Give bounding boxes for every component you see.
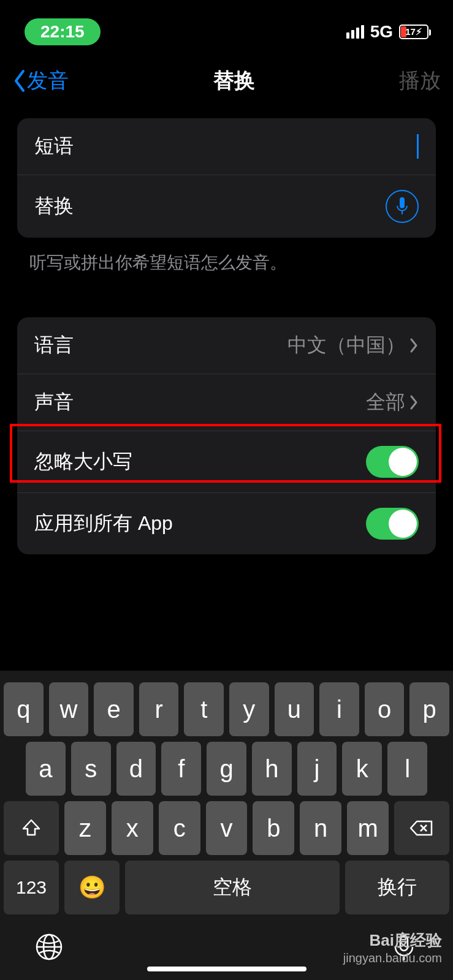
keyboard-row-2: a s d f g h j k l [4,742,449,796]
home-indicator[interactable] [147,967,306,971]
keyboard-row-3: z x c v b n m [4,801,449,855]
network-label: 5G [370,22,393,42]
chevron-left-icon [12,69,27,93]
status-right: 5G 17⚡︎ [346,22,428,42]
helper-text: 听写或拼出你希望短语怎么发音。 [0,249,453,287]
key-f[interactable]: f [161,742,201,796]
key-n[interactable]: n [300,801,341,855]
replace-input[interactable]: 替换 [17,175,436,238]
input-group: 短语 替换 [17,118,436,238]
key-d[interactable]: d [116,742,156,796]
back-button[interactable]: 发音 [12,67,69,95]
key-w[interactable]: w [49,682,89,736]
key-l[interactable]: l [387,742,427,796]
phrase-label: 短语 [34,133,74,160]
language-value: 中文（中国） [287,332,405,359]
key-u[interactable]: u [275,682,314,736]
shift-icon [21,818,42,839]
key-o[interactable]: o [365,682,405,736]
chevron-right-icon [409,337,419,354]
voice-row[interactable]: 声音 全部 [17,374,436,431]
keyboard-row-4: 123 😀 空格 换行 [4,861,449,914]
text-cursor [417,134,419,159]
replace-label: 替换 [34,193,74,220]
watermark: Bai度经验 jingyan.baidu.com [343,930,442,965]
svg-rect-0 [400,197,405,208]
annotation-highlight [10,424,441,483]
apply-all-label: 应用到所有 App [34,510,173,537]
page-title: 替换 [213,67,255,95]
key-k[interactable]: k [342,742,382,796]
key-v[interactable]: v [206,801,248,855]
watermark-brand: Bai度经验 [343,930,442,951]
language-row[interactable]: 语言 中文（中国） [17,317,436,374]
key-e[interactable]: e [94,682,134,736]
key-b[interactable]: b [253,801,294,855]
key-y[interactable]: y [229,682,269,736]
key-return[interactable]: 换行 [345,861,449,914]
key-a[interactable]: a [26,742,66,796]
key-shift[interactable] [4,801,59,855]
apply-all-row: 应用到所有 App [17,493,436,554]
voice-label: 声音 [34,389,74,416]
key-x[interactable]: x [112,801,153,855]
microphone-icon [395,197,409,216]
watermark-url: jingyan.baidu.com [343,951,442,965]
globe-icon[interactable] [34,932,64,962]
voice-value: 全部 [366,389,405,416]
key-numbers[interactable]: 123 [4,861,59,914]
key-z[interactable]: z [64,801,106,855]
key-h[interactable]: h [252,742,292,796]
status-time: 22:15 [25,18,101,45]
apply-all-toggle[interactable] [366,508,419,540]
key-q[interactable]: q [4,682,44,736]
battery-text: 17⚡︎ [400,26,427,37]
keyboard-row-1: q w e r t y u i o p [4,682,449,736]
language-label: 语言 [34,332,74,359]
key-p[interactable]: p [409,682,449,736]
key-c[interactable]: c [159,801,200,855]
key-i[interactable]: i [319,682,359,736]
delete-icon [409,819,434,837]
key-s[interactable]: s [71,742,111,796]
chevron-right-icon [409,394,419,411]
dictation-button[interactable] [386,190,419,223]
back-label: 发音 [27,67,69,95]
key-t[interactable]: t [184,682,224,736]
key-m[interactable]: m [347,801,389,855]
key-delete[interactable] [394,801,449,855]
status-bar: 22:15 5G 17⚡︎ [0,0,453,55]
battery-icon: 17⚡︎ [399,24,428,39]
signal-icon [346,25,364,39]
key-emoji[interactable]: 😀 [64,861,120,914]
key-r[interactable]: r [139,682,179,736]
nav-bar: 发音 替换 播放 [0,55,453,107]
phrase-input[interactable]: 短语 [17,118,436,175]
key-j[interactable]: j [297,742,337,796]
key-g[interactable]: g [207,742,246,796]
play-button[interactable]: 播放 [399,67,441,95]
key-space[interactable]: 空格 [125,861,340,914]
